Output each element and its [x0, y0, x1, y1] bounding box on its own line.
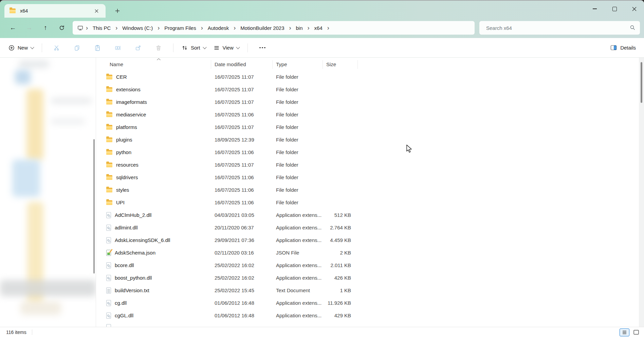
paste-button[interactable]	[91, 41, 104, 54]
file-row[interactable]: python 16/07/2025 11:06 File folder	[96, 146, 644, 158]
refresh-button[interactable]	[54, 21, 70, 35]
chevron-right-icon[interactable]: ›	[115, 21, 118, 34]
delete-button[interactable]	[152, 41, 165, 54]
file-row[interactable]: adlmint.dll 20/11/2020 06:37 Application…	[96, 221, 644, 234]
file-name-cell: adlmint.dll	[96, 225, 211, 231]
breadcrumb[interactable]: ›This PC›Windows (C:)›Program Files›Auto…	[73, 21, 475, 35]
breadcrumb-item[interactable]: bin	[292, 25, 307, 31]
scrollbar-track[interactable]	[639, 58, 644, 327]
chevron-right-icon[interactable]: ›	[157, 21, 160, 34]
chevron-down-icon	[30, 45, 34, 49]
file-date-modified: 16/07/2025 11:06	[211, 149, 273, 155]
column-header-type[interactable]: Type	[273, 60, 323, 69]
file-row[interactable]: resources 16/07/2025 11:07 File folder	[96, 158, 644, 171]
sort-button[interactable]: Sort	[178, 41, 210, 54]
tab-x64[interactable]: x64	[4, 4, 106, 18]
breadcrumb-item[interactable]: x64	[310, 25, 327, 31]
file-row[interactable]: styles 16/07/2025 11:06 File folder	[96, 184, 644, 196]
sort-arrows-icon	[182, 45, 188, 51]
file-list: CER 16/07/2025 11:07 File folder extensi…	[96, 71, 644, 322]
details-view-toggle[interactable]	[620, 329, 629, 336]
breadcrumb-item[interactable]: MotionBuilder 2023	[236, 25, 288, 31]
tab-close-icon[interactable]	[92, 7, 100, 15]
chevron-right-icon[interactable]: ›	[307, 21, 310, 34]
navigation-pane[interactable]	[0, 58, 96, 327]
details-view-icon	[622, 331, 627, 334]
file-date-modified: 01/06/2012 16:48	[211, 300, 273, 306]
file-name-cell: AdskLicensingSDK_6.dll	[96, 237, 211, 243]
file-name: AdskLicensingSDK_6.dll	[115, 237, 170, 243]
back-button[interactable]: ←	[5, 21, 21, 35]
file-row[interactable]: AdClmHub_2.dll 04/03/2021 03:05 Applicat…	[96, 209, 644, 221]
file-row[interactable]: imageformats 16/07/2025 11:07 File folde…	[96, 96, 644, 108]
rename-icon	[115, 45, 121, 51]
new-tab-button[interactable]	[112, 5, 123, 16]
cut-button[interactable]	[50, 41, 63, 54]
details-pane-button[interactable]: Details	[610, 45, 636, 51]
minimize-button[interactable]	[585, 1, 605, 17]
titlebar[interactable]: x64	[0, 1, 644, 18]
maximize-button[interactable]	[605, 1, 624, 17]
file-row[interactable]: CER 16/07/2025 11:07 File folder	[96, 71, 644, 83]
command-toolbar: New	[0, 38, 644, 58]
search-icon[interactable]	[630, 25, 636, 32]
file-row[interactable]: mediaservice 16/07/2025 11:06 File folde…	[96, 108, 644, 121]
file-name: UPI	[116, 200, 125, 205]
file-row[interactable]: UPI 16/07/2025 11:06 File folder	[96, 196, 644, 209]
file-row[interactable]: platforms 16/07/2025 11:07 File folder	[96, 121, 644, 133]
file-row[interactable]: buildVersion.txt 25/02/2022 15:45 Text D…	[96, 284, 644, 297]
file-row[interactable]: cgGL.dll 01/06/2012 16:48 Application ex…	[96, 309, 644, 322]
file-row[interactable]: extensions 16/07/2025 11:07 File folder	[96, 83, 644, 96]
chevron-right-icon[interactable]: ›	[200, 21, 204, 34]
forward-button[interactable]: →	[21, 21, 37, 35]
column-header-size[interactable]: Size	[323, 60, 358, 69]
chevron-right-icon[interactable]: ›	[85, 21, 89, 34]
breadcrumb-item[interactable]: Autodesk	[204, 25, 233, 31]
details-pane-icon	[610, 45, 617, 51]
file-row[interactable]: sqldrivers 16/07/2025 11:06 File folder	[96, 171, 644, 184]
file-row[interactable]: plugins 18/09/2025 12:39 File folder	[96, 133, 644, 146]
file-row[interactable]: AdskSchema.json 02/11/2020 03:16 JSON Fi…	[96, 246, 644, 259]
new-button[interactable]: New	[5, 41, 37, 54]
search-input[interactable]	[479, 21, 640, 35]
rename-button[interactable]	[111, 41, 125, 54]
file-row[interactable]: cg.dll 01/06/2012 16:48 Application exte…	[96, 297, 644, 309]
file-size: 4.459 KB	[323, 237, 358, 243]
large-icons-view-toggle[interactable]	[632, 329, 640, 336]
blurred-nav-item	[15, 70, 31, 84]
search-box[interactable]	[479, 21, 640, 35]
file-row[interactable]: AdskLicensingSDK_6.dll 29/09/2021 07:36 …	[96, 234, 644, 246]
file-date-modified: 16/07/2025 11:06	[211, 187, 273, 193]
breadcrumb-item[interactable]: This PC	[89, 25, 115, 31]
file-size: 512 KB	[323, 212, 358, 218]
file-row[interactable]: bcore.dll 25/02/2022 16:02 Application e…	[96, 259, 644, 272]
close-button[interactable]	[624, 1, 644, 17]
copy-button[interactable]	[70, 41, 84, 54]
column-header-date-modified[interactable]: Date modified	[211, 60, 273, 69]
breadcrumb-item[interactable]: Windows (C:)	[118, 25, 157, 31]
breadcrumb-item[interactable]: Program Files	[160, 25, 200, 31]
file-type: File folder	[273, 174, 323, 180]
file-date-modified: 16/07/2025 11:07	[211, 99, 273, 105]
scrollbar-thumb[interactable]	[641, 62, 642, 103]
large-icons-view-icon	[633, 330, 639, 335]
folder-icon	[106, 112, 112, 117]
file-date-modified: 29/09/2021 07:36	[211, 237, 273, 243]
chevron-right-icon[interactable]: ›	[233, 21, 236, 34]
sidebar-scrollbar[interactable]	[93, 139, 95, 274]
view-button[interactable]: View	[210, 41, 243, 54]
file-name: resources	[116, 162, 139, 168]
file-date-modified: 16/07/2025 11:06	[211, 174, 273, 180]
share-button[interactable]	[131, 41, 145, 54]
up-button[interactable]: ↑	[37, 21, 54, 35]
file-row[interactable]: boost_python.dll 25/02/2022 16:02 Applic…	[96, 272, 644, 284]
column-header-name[interactable]: Name	[96, 60, 211, 69]
maximize-icon	[612, 7, 617, 11]
more-options-button[interactable]	[256, 41, 269, 54]
dll-icon	[106, 212, 111, 218]
chevron-right-icon[interactable]: ›	[289, 21, 292, 34]
plus-circle-icon	[8, 45, 15, 51]
chevron-right-icon[interactable]: ›	[327, 21, 330, 34]
file-type: File folder	[273, 74, 323, 80]
file-date-modified: 04/03/2021 03:05	[211, 212, 273, 218]
